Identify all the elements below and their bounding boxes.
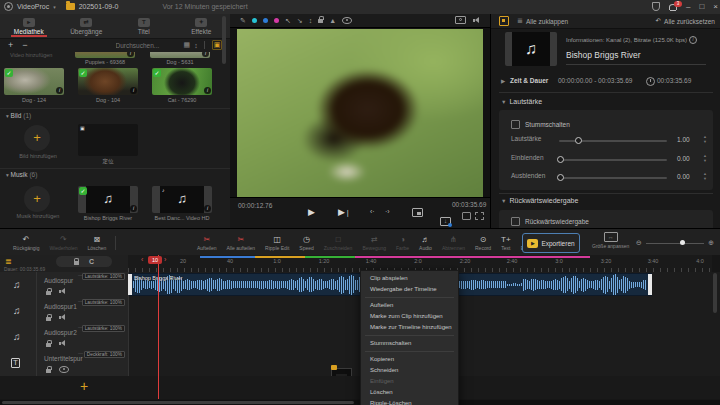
fade-in-slider[interactable]	[559, 159, 667, 161]
motion-button[interactable]: ⇄Bewegung	[357, 235, 391, 251]
info-icon[interactable]: i	[56, 87, 63, 94]
remove-media-button[interactable]: −	[22, 40, 27, 50]
pip-icon[interactable]	[412, 208, 423, 217]
volume-section-header[interactable]: ▼Lautstärke	[501, 98, 542, 105]
menu-item-kopieren[interactable]: Kopieren	[361, 354, 458, 365]
menu-item-aufteilen[interactable]: Aufteilen	[361, 300, 458, 311]
menu-item-marke-zur-timeline[interactable]: Marke zur Timeline hinzufügen	[361, 322, 458, 333]
export-button[interactable]: ▶ Exportieren	[522, 233, 580, 253]
menu-item-stummschalten[interactable]: Stummschalten	[361, 338, 458, 349]
lock-icon[interactable]	[46, 317, 51, 321]
split-button[interactable]: ✂Aufteilen	[192, 235, 221, 251]
speaker-icon[interactable]	[473, 17, 482, 24]
track-drag-handle[interactable]: —	[78, 272, 83, 278]
eye-icon[interactable]	[342, 17, 352, 24]
section-header-bild[interactable]: ▾ Bild (1)	[6, 112, 31, 119]
shield-icon[interactable]	[652, 2, 660, 11]
section-header-musik[interactable]: ▾ Musik (6)	[6, 171, 37, 178]
video-thumbnail-dog-124[interactable]: ✓i	[4, 68, 64, 95]
playhead[interactable]	[158, 255, 159, 399]
stepper-icon[interactable]: ▲▼	[703, 172, 707, 181]
slider-value[interactable]: 0.00	[677, 173, 690, 180]
play-button[interactable]: ▶	[308, 207, 315, 217]
speaker-icon[interactable]	[59, 288, 68, 295]
audio-button[interactable]: ♬Audio	[414, 235, 437, 251]
image-thumbnail[interactable]: ▣	[78, 124, 138, 156]
text-button[interactable]: T+Text	[496, 235, 516, 251]
fullscreen-icon[interactable]	[475, 212, 484, 220]
playhead-badge[interactable]: 10	[148, 256, 162, 264]
reset-all-button[interactable]: ↶ Alle zurücksetzen	[656, 17, 715, 25]
collapse-all-button[interactable]: Alle zuklappen	[526, 18, 568, 25]
notifications-button[interactable]: 3	[669, 4, 677, 10]
info-icon[interactable]: i	[202, 52, 209, 57]
info-icon[interactable]: i	[204, 87, 211, 94]
stepper-icon[interactable]: ▲▼	[703, 154, 707, 163]
video-viewport[interactable]	[237, 29, 483, 197]
playhead-right-arrow[interactable]: ›	[164, 256, 166, 264]
track-header-audiospur2[interactable]: Lautstärke: 100% — ♫ Audiospur2	[0, 324, 129, 350]
select-tool-icon[interactable]: ↘	[297, 16, 303, 26]
compare-icon[interactable]	[462, 212, 471, 220]
stepper-icon[interactable]: ▲▼	[703, 135, 707, 144]
add-music-button[interactable]: +	[24, 186, 50, 212]
sort-icon[interactable]: ↕	[194, 42, 198, 49]
slider-knob[interactable]	[557, 174, 564, 181]
zoom-in-icon[interactable]: ⊕	[708, 239, 714, 247]
zoom-out-icon[interactable]: ⊖	[636, 239, 642, 247]
pen-icon[interactable]: ✎	[240, 16, 246, 26]
chevron-down-icon[interactable]: ▾	[53, 4, 56, 10]
reverse-checkbox[interactable]	[511, 217, 520, 226]
snapshot-button[interactable]: ↓	[440, 217, 451, 226]
grid-view-icon[interactable]: ▦	[184, 41, 191, 49]
color-button[interactable]: ◑Farbe	[391, 235, 414, 251]
speaker-icon[interactable]	[59, 340, 68, 347]
lock-icon[interactable]	[74, 261, 79, 265]
magenta-dot-icon[interactable]	[274, 18, 279, 23]
lock-icon[interactable]	[46, 369, 51, 373]
resize-button[interactable]: ↔ Größe anpassen	[592, 232, 629, 249]
cyan-dot-icon[interactable]	[252, 18, 257, 23]
tab-mediathek[interactable]: ▸ Mediathek	[0, 14, 58, 38]
speed-button[interactable]: ◷Speed	[294, 235, 318, 251]
cursor-tool-icon[interactable]: ↖	[285, 16, 291, 26]
detach-button[interactable]: ⋔Abtrennen	[437, 235, 470, 251]
fade-out-slider[interactable]	[559, 177, 667, 179]
video-thumbnail-cat-76290[interactable]: ✓i	[152, 68, 212, 95]
maximize-button[interactable]: □	[699, 2, 704, 12]
menu-item-wiedergabe-der-timeline[interactable]: Wiedergabe der Timeline	[361, 284, 458, 295]
lock-icon[interactable]	[46, 343, 51, 347]
blue-dot-icon[interactable]	[263, 18, 268, 23]
next-frame-button[interactable]: ·›	[385, 208, 390, 215]
info-icon[interactable]: i	[689, 36, 697, 44]
menu-item-schneiden[interactable]: Schneiden	[361, 365, 458, 376]
tab-uebergaenge[interactable]: ⇄ Übergänge	[58, 14, 116, 38]
menu-item-clip-abspielen[interactable]: Clip abspielen	[361, 273, 458, 284]
video-thumbnail-puppies[interactable]: i	[75, 52, 135, 58]
eye-icon[interactable]	[59, 366, 69, 373]
chevron-right-icon[interactable]: ▶	[501, 78, 505, 84]
minimize-button[interactable]: –	[686, 2, 690, 12]
menu-item-ripple-loeschen[interactable]: Ripple-Löschen	[361, 398, 458, 405]
menu-item-marke-zum-clip[interactable]: Marke zum Clip hinzufügen	[361, 311, 458, 322]
chevron-down-icon[interactable]: ▼	[501, 198, 506, 204]
redo-button[interactable]: ↷Wiederholen	[44, 235, 82, 251]
track-header-audiospur1[interactable]: Lautstärke: 100% — ♫ Audiospur1	[0, 298, 129, 324]
time-duration-row[interactable]: ▶ Zeit & Dauer 00:00:00.00 - 00:03:35.69…	[491, 76, 720, 89]
clip-trim-handle-left[interactable]	[128, 274, 132, 295]
delete-button[interactable]: ⊠Löschen	[82, 235, 111, 251]
panel-layout-icon[interactable]: ▣	[212, 40, 223, 50]
camera-icon[interactable]	[455, 16, 466, 24]
tab-titel[interactable]: T Titel	[115, 14, 173, 38]
video-thumbnail-dog-5631[interactable]: i	[150, 52, 210, 58]
slider-knob[interactable]	[575, 137, 582, 144]
add-media-button[interactable]: +	[8, 40, 13, 50]
mute-row[interactable]: Stummschalten	[511, 120, 570, 129]
music-thumbnail-best-dance[interactable]: ♫ ♪ i	[152, 186, 212, 213]
scrollbar-thumb[interactable]	[2, 401, 354, 404]
lock-icon[interactable]	[318, 19, 323, 23]
split-all-button[interactable]: ✂Alle aufteilen	[221, 235, 260, 251]
slider-knob[interactable]	[557, 156, 564, 163]
info-icon[interactable]: i	[127, 52, 134, 57]
video-thumbnail-dog-104[interactable]: ✓i	[78, 68, 138, 95]
